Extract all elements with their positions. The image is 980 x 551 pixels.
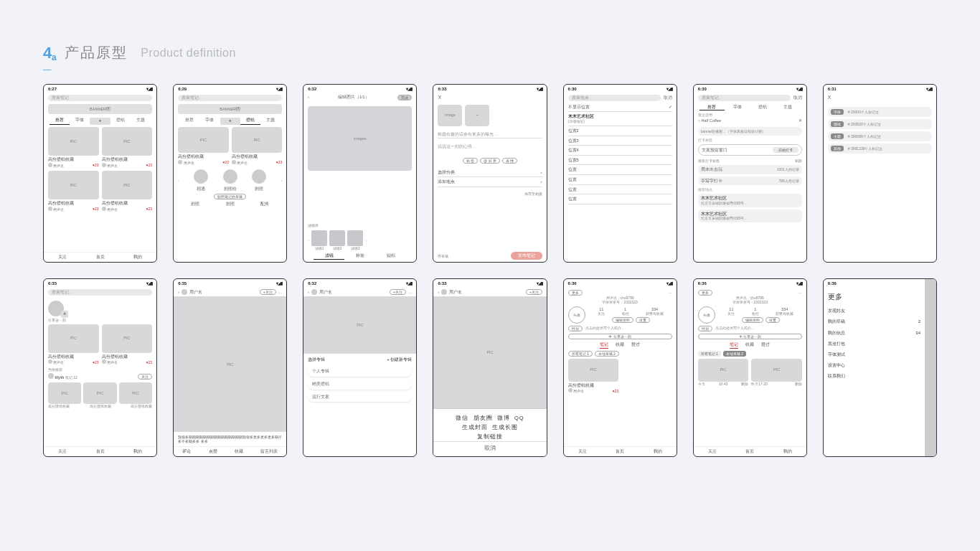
- start-checkin-button[interactable]: 开始打卡: [773, 147, 798, 153]
- tag-button[interactable]: 标 签: [463, 158, 478, 164]
- editor-tab-filter[interactable]: 滤镜: [314, 253, 344, 260]
- tab-font[interactable]: 字体: [199, 118, 220, 125]
- gender-pill[interactable]: 性别: [698, 326, 712, 331]
- location-item[interactable]: 位置: [568, 185, 672, 195]
- tab-theme[interactable]: 主题: [776, 105, 801, 111]
- select-location[interactable]: 添加地点: [438, 179, 455, 184]
- add-image-button[interactable]: +: [465, 105, 489, 126]
- mini-tab[interactable]: 配角: [260, 202, 269, 207]
- follow-button[interactable]: 关注: [138, 374, 152, 380]
- tab-recommend[interactable]: 推荐: [699, 105, 725, 111]
- nav-home[interactable]: 首页: [616, 449, 624, 454]
- thumb[interactable]: PIC: [83, 382, 116, 404]
- content-card[interactable]: PIC 高分壁纸收藏 用户名♥23: [102, 127, 153, 168]
- filter-item[interactable]: 滤镜2: [329, 246, 345, 250]
- save-to-album-toggle[interactable]: 保存至相册: [438, 192, 542, 196]
- album-item[interactable]: 精美壁纸: [308, 379, 412, 390]
- emoji-button[interactable]: 表 情: [502, 158, 517, 164]
- close-icon[interactable]: X: [824, 93, 936, 102]
- share-wechat[interactable]: 微信: [456, 415, 468, 421]
- content-card[interactable]: PIC高分壁纸收藏 用户名♥23: [48, 324, 99, 365]
- atfriend-button[interactable]: @ 好 友: [480, 158, 500, 164]
- chip-allnotes[interactable]: 所有笔记 1: [698, 351, 721, 357]
- delete-icon[interactable]: ✕: [798, 118, 802, 123]
- tab-liked[interactable]: 赞过: [761, 342, 770, 349]
- stat-label[interactable]: 获赞与收藏: [776, 311, 793, 316]
- like-count[interactable]: ♥23: [222, 160, 229, 164]
- chevron-right-icon[interactable]: ›: [281, 178, 282, 183]
- nav-follow[interactable]: 关注: [708, 449, 717, 454]
- circle-label[interactable]: 相遇: [194, 187, 208, 192]
- back-icon[interactable]: ‹: [308, 95, 309, 100]
- select-category[interactable]: 选择分类: [438, 170, 455, 175]
- back-icon[interactable]: ‹: [178, 290, 179, 295]
- tab-font[interactable]: 字体: [70, 118, 90, 125]
- back-icon[interactable]: ‹: [438, 290, 439, 295]
- author[interactable]: 用户名: [189, 290, 202, 295]
- stat-label[interactable]: 关注: [598, 311, 605, 316]
- nav-follow[interactable]: 关注: [58, 255, 67, 260]
- album-item[interactable]: 个人专辑: [308, 366, 412, 377]
- nav-follow[interactable]: 关注: [58, 449, 67, 454]
- like-button[interactable]: 点赞: [209, 449, 217, 454]
- author[interactable]: 用户名: [319, 290, 332, 295]
- editor-tab-tag[interactable]: 标签: [344, 253, 375, 260]
- comment-button[interactable]: 评论: [182, 449, 191, 454]
- recent-draft-pill[interactable]: 剧照最记的草稿: [214, 194, 246, 199]
- more-item[interactable]: 我的草稿2: [828, 316, 920, 327]
- filter-item[interactable]: 滤镜1: [311, 246, 327, 250]
- like-count[interactable]: ♥23: [146, 207, 153, 211]
- gender-pill[interactable]: 性别: [568, 326, 583, 331]
- done-button[interactable]: 完成: [397, 95, 412, 100]
- avatar[interactable]: 头像: [698, 306, 715, 324]
- tab-wallpaper[interactable]: 壁纸: [110, 118, 131, 125]
- nav-mine[interactable]: 我的: [783, 449, 792, 454]
- draft-thumb[interactable]: PIC: [751, 359, 802, 382]
- like-count[interactable]: ♥23: [146, 163, 153, 167]
- follow-button[interactable]: +关注: [260, 289, 276, 295]
- settings-button[interactable]: 设置: [765, 317, 780, 323]
- cat-row[interactable]: 其他# 3991239个人标记过: [828, 143, 932, 154]
- editor-tab-sticker[interactable]: 贴纸: [375, 253, 406, 260]
- content-card[interactable]: PIC高分壁纸收藏 用户名♥23: [568, 359, 619, 394]
- save-draft-button[interactable]: 存草稿: [438, 254, 448, 258]
- new-album-button[interactable]: + 创建新专辑: [387, 357, 412, 362]
- gen-longimg[interactable]: 生成长图: [492, 424, 518, 430]
- tab-notes[interactable]: 笔记: [730, 342, 738, 349]
- more-icon[interactable]: …: [408, 290, 413, 295]
- add-avatar-icon[interactable]: +: [61, 311, 68, 318]
- thumb[interactable]: PIC: [48, 382, 81, 404]
- content-card[interactable]: PIC 高分壁纸收藏 用户名♥23: [48, 171, 99, 212]
- circle-label[interactable]: 剧照: [252, 187, 266, 192]
- share-qq[interactable]: QQ: [514, 415, 524, 421]
- more-item[interactable]: 联系我们: [828, 371, 920, 382]
- content-card[interactable]: PIC高分壁纸收藏 用户名♥23: [102, 324, 153, 365]
- category-tabs[interactable]: 推荐 字体 + 壁纸 主题: [174, 116, 286, 125]
- edit-profile-button[interactable]: 编辑资料: [612, 317, 633, 323]
- preset-item[interactable]: 周末出去玩: [701, 167, 722, 172]
- chip-drafts[interactable]: 本地草稿 2: [723, 351, 746, 357]
- follow-button[interactable]: +关注: [390, 289, 406, 295]
- chip-drafts[interactable]: 本地草稿 2: [595, 351, 619, 357]
- share-moments[interactable]: 朋友圈: [473, 415, 493, 421]
- location-item[interactable]: 位置: [568, 194, 672, 204]
- tag-search[interactable]: 搜索笔记…: [698, 95, 791, 101]
- stat-label[interactable]: 获赞与收藏: [646, 311, 664, 316]
- share-moment-button[interactable]: 👁 分享这一刻: [698, 334, 802, 339]
- tab-theme[interactable]: 主题: [260, 118, 281, 125]
- cat-row[interactable]: 壁纸# 203820个人标记过: [828, 119, 932, 129]
- search-input[interactable]: 搜索笔记…: [48, 95, 152, 101]
- collect-button[interactable]: 收藏: [235, 449, 243, 454]
- nav-follow[interactable]: 关注: [578, 449, 587, 454]
- drawer-overlay[interactable]: [925, 279, 936, 456]
- more-item[interactable]: 设置中心: [828, 360, 920, 371]
- circle-label[interactable]: 剧照绘: [223, 187, 237, 192]
- location-item[interactable]: 位置3: [568, 136, 672, 146]
- rec-addr[interactable]: 木木艺术社区北京市东城区隆福寺街95号…: [698, 194, 802, 207]
- back-icon[interactable]: ‹: [308, 290, 309, 295]
- tab-collect[interactable]: 收藏: [745, 342, 754, 349]
- mini-tab[interactable]: 剧照: [226, 202, 235, 207]
- cat-row[interactable]: 主题# 399089个人标记过: [828, 131, 932, 141]
- stat-label[interactable]: 粉丝: [622, 311, 629, 316]
- banner-img[interactable]: BANNER图: [178, 104, 282, 115]
